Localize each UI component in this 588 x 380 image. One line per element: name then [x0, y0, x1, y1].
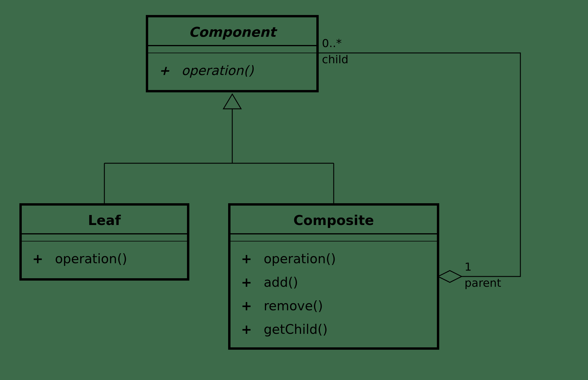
class-leaf: Leaf + operation() [21, 204, 188, 279]
composite-method-2: + remove() [241, 298, 323, 313]
composite-method-0: + operation() [241, 251, 336, 266]
uml-diagram: Component + operation() Leaf + operation… [0, 0, 588, 380]
class-composite-title: Composite [293, 212, 374, 228]
aggregation-whole-role: parent [465, 276, 501, 289]
class-leaf-title: Leaf [88, 212, 121, 228]
composite-method-1: + add() [241, 275, 298, 290]
aggregation-whole-multiplicity: 1 [465, 260, 472, 273]
aggregation-part-multiplicity: 0..* [322, 37, 342, 50]
class-component-title: Component [189, 24, 278, 40]
aggregation-part-role: child [322, 53, 348, 66]
aggregation-diamond-icon [438, 271, 462, 282]
leaf-method-0: + operation() [32, 251, 127, 266]
generalization [104, 94, 334, 204]
composite-method-3: + getChild() [241, 322, 328, 337]
class-component: Component + operation() [147, 16, 318, 91]
class-composite: Composite + operation() + add() + remove… [229, 204, 438, 349]
svg-marker-3 [223, 94, 241, 109]
component-method-0: + operation() [159, 63, 254, 78]
